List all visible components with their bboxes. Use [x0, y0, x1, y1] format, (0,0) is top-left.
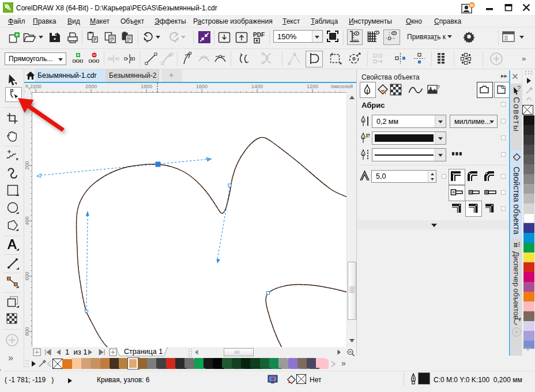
svg-text:пикселей: пикселей [331, 84, 353, 89]
svg-text:2000: 2000 [85, 84, 97, 89]
svg-text:1400: 1400 [251, 84, 263, 89]
svg-text:?: ? [437, 84, 440, 90]
svg-text:1200: 1200 [307, 84, 318, 89]
svg-text:1800: 1800 [141, 84, 152, 89]
svg-text:PDF: PDF [253, 32, 265, 38]
svg-text:1600: 1600 [196, 84, 208, 89]
svg-text:?: ? [517, 85, 521, 92]
